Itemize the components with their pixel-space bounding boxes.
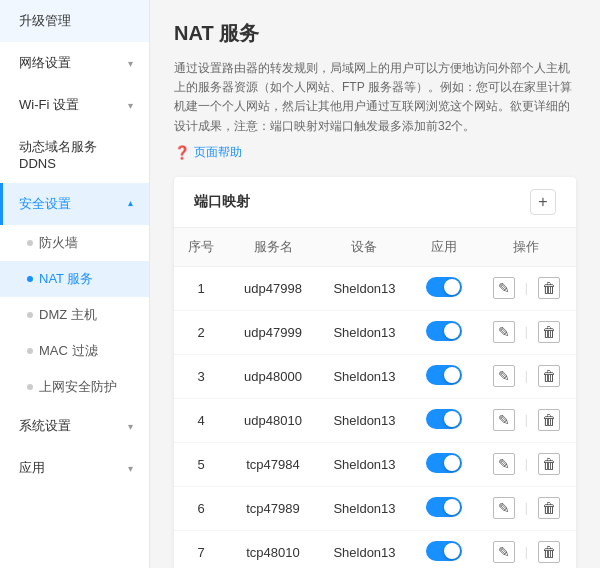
sidebar-item-dmz[interactable]: DMZ 主机 <box>0 297 149 333</box>
sidebar-item-label: 安全设置 <box>19 195 71 213</box>
cell-toggle[interactable] <box>411 266 476 310</box>
delete-icon[interactable]: 🗑 <box>538 277 560 299</box>
delete-icon[interactable]: 🗑 <box>538 321 560 343</box>
sidebar-item-network[interactable]: 网络设置 ▾ <box>0 42 149 84</box>
chevron-down-icon: ▾ <box>128 421 133 432</box>
table-row: 2 udp47999 Sheldon13 ✎ | 🗑 <box>174 310 576 354</box>
sidebar: 升级管理 网络设置 ▾ Wi-Fi 设置 ▾ 动态域名服务 DDNS 安全设置 … <box>0 0 150 568</box>
cell-device: Sheldon13 <box>318 398 412 442</box>
delete-icon[interactable]: 🗑 <box>538 365 560 387</box>
edit-icon[interactable]: ✎ <box>493 409 515 431</box>
help-link[interactable]: ❓ 页面帮助 <box>174 144 242 161</box>
divider: | <box>525 369 528 383</box>
cell-device: Sheldon13 <box>318 354 412 398</box>
col-header-service: 服务名 <box>228 228 317 267</box>
toggle-switch[interactable] <box>426 277 462 297</box>
cell-id: 6 <box>174 486 228 530</box>
sidebar-item-wifi[interactable]: Wi-Fi 设置 ▾ <box>0 84 149 126</box>
sidebar-item-label: 网络设置 <box>19 54 71 72</box>
cell-service: tcp48010 <box>228 530 317 568</box>
edit-icon[interactable]: ✎ <box>493 453 515 475</box>
page-description: 通过设置路由器的转发规则，局域网上的用户可以方便地访问外部个人主机上的服务器资源… <box>174 59 576 136</box>
toggle-switch[interactable] <box>426 321 462 341</box>
sidebar-item-upgrade[interactable]: 升级管理 <box>0 0 149 42</box>
chevron-up-icon: ▾ <box>128 199 133 210</box>
cell-service: udp47998 <box>228 266 317 310</box>
toggle-switch[interactable] <box>426 541 462 561</box>
divider: | <box>525 545 528 559</box>
col-header-id: 序号 <box>174 228 228 267</box>
edit-icon[interactable]: ✎ <box>493 497 515 519</box>
sidebar-item-label: 应用 <box>19 459 45 477</box>
sidebar-sub-label: DMZ 主机 <box>39 306 97 324</box>
table-title: 端口映射 <box>194 193 250 211</box>
divider: | <box>525 325 528 339</box>
cell-service: udp48000 <box>228 354 317 398</box>
edit-icon[interactable]: ✎ <box>493 365 515 387</box>
divider: | <box>525 457 528 471</box>
cell-id: 3 <box>174 354 228 398</box>
delete-icon[interactable]: 🗑 <box>538 497 560 519</box>
toggle-switch[interactable] <box>426 409 462 429</box>
cell-service: tcp47989 <box>228 486 317 530</box>
sidebar-item-mac[interactable]: MAC 过滤 <box>0 333 149 369</box>
col-header-device: 设备 <box>318 228 412 267</box>
sidebar-item-nat[interactable]: NAT 服务 <box>0 261 149 297</box>
cell-id: 7 <box>174 530 228 568</box>
sidebar-item-label: 升级管理 <box>19 12 71 30</box>
security-submenu: 防火墙 NAT 服务 DMZ 主机 MAC 过滤 上网安全防护 <box>0 225 149 405</box>
sidebar-sub-label: NAT 服务 <box>39 270 93 288</box>
cell-device: Sheldon13 <box>318 310 412 354</box>
sidebar-item-ddns[interactable]: 动态域名服务 DDNS <box>0 126 149 183</box>
add-button[interactable]: + <box>530 189 556 215</box>
delete-icon[interactable]: 🗑 <box>538 541 560 563</box>
cell-toggle[interactable] <box>411 398 476 442</box>
sidebar-item-security[interactable]: 安全设置 ▾ <box>0 183 149 225</box>
toggle-switch[interactable] <box>426 365 462 385</box>
bullet-icon <box>27 312 33 318</box>
cell-actions: ✎ | 🗑 <box>477 266 576 310</box>
cell-actions: ✎ | 🗑 <box>477 530 576 568</box>
cell-toggle[interactable] <box>411 354 476 398</box>
edit-icon[interactable]: ✎ <box>493 321 515 343</box>
edit-icon[interactable]: ✎ <box>493 277 515 299</box>
bullet-icon <box>27 384 33 390</box>
cell-actions: ✎ | 🗑 <box>477 442 576 486</box>
cell-device: Sheldon13 <box>318 266 412 310</box>
delete-icon[interactable]: 🗑 <box>538 409 560 431</box>
cell-id: 1 <box>174 266 228 310</box>
sidebar-item-label: Wi-Fi 设置 <box>19 96 79 114</box>
cell-id: 2 <box>174 310 228 354</box>
cell-actions: ✎ | 🗑 <box>477 354 576 398</box>
edit-icon[interactable]: ✎ <box>493 541 515 563</box>
cell-service: tcp47984 <box>228 442 317 486</box>
port-mapping-table: 序号 服务名 设备 应用 操作 1 udp47998 Sheldon13 ✎ |… <box>174 228 576 568</box>
sidebar-sub-label: 防火墙 <box>39 234 78 252</box>
cell-toggle[interactable] <box>411 310 476 354</box>
cell-toggle[interactable] <box>411 486 476 530</box>
table-row: 1 udp47998 Sheldon13 ✎ | 🗑 <box>174 266 576 310</box>
sidebar-sub-label: 上网安全防护 <box>39 378 117 396</box>
col-header-apply: 应用 <box>411 228 476 267</box>
bullet-icon <box>27 276 33 282</box>
col-header-action: 操作 <box>477 228 576 267</box>
cell-toggle[interactable] <box>411 530 476 568</box>
page-title: NAT 服务 <box>174 20 576 47</box>
toggle-switch[interactable] <box>426 453 462 473</box>
cell-toggle[interactable] <box>411 442 476 486</box>
cell-id: 5 <box>174 442 228 486</box>
help-link-text: 页面帮助 <box>194 144 242 161</box>
table-row: 3 udp48000 Sheldon13 ✎ | 🗑 <box>174 354 576 398</box>
cell-device: Sheldon13 <box>318 442 412 486</box>
delete-icon[interactable]: 🗑 <box>538 453 560 475</box>
sidebar-item-label: 动态域名服务 DDNS <box>19 138 133 171</box>
table-row: 4 udp48010 Sheldon13 ✎ | 🗑 <box>174 398 576 442</box>
sidebar-item-firewall[interactable]: 防火墙 <box>0 225 149 261</box>
divider: | <box>525 501 528 515</box>
sidebar-item-system[interactable]: 系统设置 ▾ <box>0 405 149 447</box>
sidebar-item-internet-security[interactable]: 上网安全防护 <box>0 369 149 405</box>
sidebar-item-apps[interactable]: 应用 ▾ <box>0 447 149 489</box>
toggle-switch[interactable] <box>426 497 462 517</box>
port-mapping-card: 端口映射 + 序号 服务名 设备 应用 操作 1 udp47998 Sheldo… <box>174 177 576 568</box>
cell-actions: ✎ | 🗑 <box>477 486 576 530</box>
